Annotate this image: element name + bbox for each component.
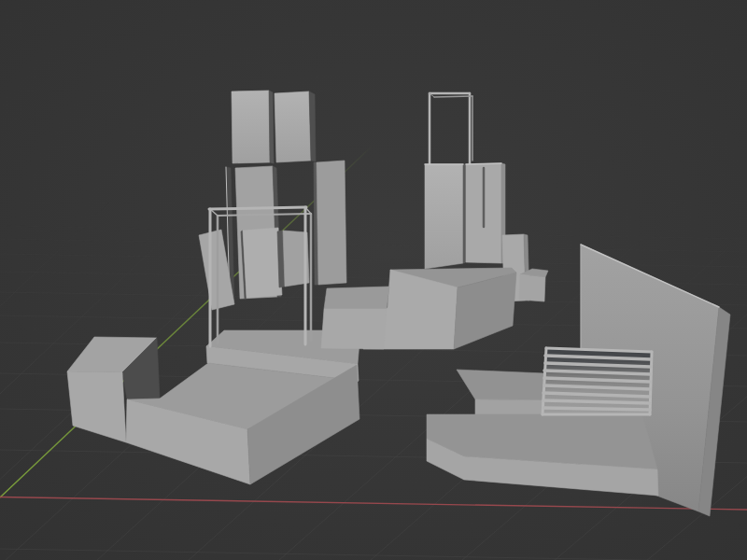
stair-tower-face[interactable]	[463, 164, 466, 263]
mid-panel-front-face[interactable]	[243, 228, 282, 298]
floating-panel-b-face[interactable]	[275, 91, 311, 162]
railing-bar[interactable]	[543, 408, 650, 410]
stair-tower[interactable]	[425, 163, 505, 269]
tower-top-frame-bar[interactable]	[434, 96, 472, 97]
blender-3d-viewport[interactable]	[0, 0, 747, 560]
mid-platform-face[interactable]	[324, 287, 389, 309]
floating-panel-a-face[interactable]	[232, 91, 270, 163]
stair-tower-face[interactable]	[425, 164, 463, 269]
stair-tower-bar[interactable]	[466, 163, 501, 164]
railing[interactable]	[543, 348, 652, 414]
floating-panel-a[interactable]	[232, 91, 274, 163]
tall-panel-right[interactable]	[314, 161, 346, 285]
floating-panel-a-face[interactable]	[269, 91, 274, 163]
tall-panel-right-face[interactable]	[317, 161, 346, 285]
viewport-canvas[interactable]	[0, 0, 747, 560]
portal-frame-bar[interactable]	[209, 207, 306, 209]
mid-platform-face[interactable]	[321, 309, 387, 349]
mid-panel-front[interactable]	[241, 228, 282, 299]
floating-panel-b[interactable]	[275, 91, 316, 162]
small-block[interactable]	[519, 269, 548, 301]
small-block-face[interactable]	[519, 274, 545, 301]
